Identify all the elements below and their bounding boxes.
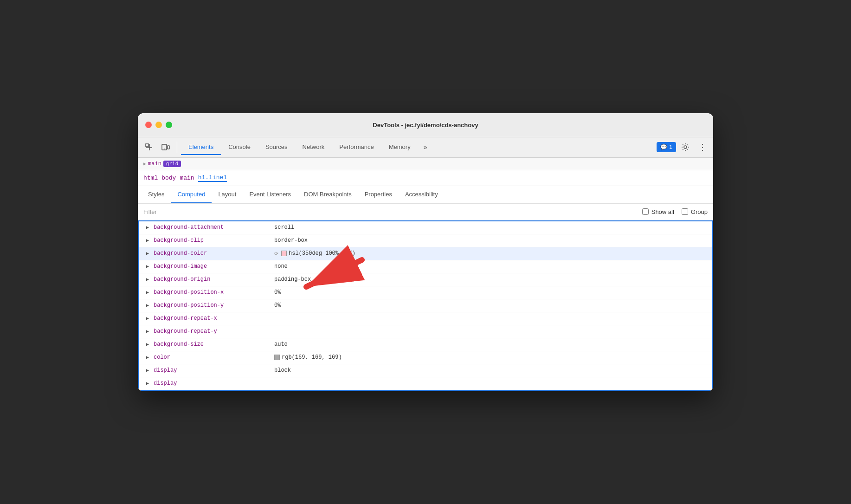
chat-icon: 💬 xyxy=(660,144,667,150)
property-name-background-attachment: background-attachment xyxy=(154,224,274,231)
property-row-background-color[interactable]: ▶background-color⟳hsl(350deg 100% 88%) xyxy=(139,247,712,260)
toolbar-divider xyxy=(177,142,177,153)
expand-icon-color[interactable]: ▶ xyxy=(146,355,152,360)
property-value-text-background-position-x: 0% xyxy=(274,289,281,296)
expand-icon-background-position-y[interactable]: ▶ xyxy=(146,303,152,308)
property-value-text-background-size: auto xyxy=(274,341,288,348)
sub-tab-layout[interactable]: Layout xyxy=(212,186,243,203)
element-path: html body main h1.line1 xyxy=(138,170,713,186)
property-row-background-size[interactable]: ▶background-sizeauto xyxy=(139,338,712,351)
group-checkbox[interactable] xyxy=(682,208,688,215)
element-path-main[interactable]: main xyxy=(180,174,194,181)
svg-rect-4 xyxy=(168,146,169,149)
property-row-background-repeat-x[interactable]: ▶background-repeat-x xyxy=(139,312,712,325)
expand-icon-background-image[interactable]: ▶ xyxy=(146,264,152,269)
color-swatch-background-color[interactable] xyxy=(281,251,287,256)
property-value-background-image: none xyxy=(274,263,288,270)
main-tab-nav: Elements Console Sources Network Perform… xyxy=(181,140,655,155)
element-path-h1[interactable]: h1.line1 xyxy=(198,174,227,182)
property-row-display[interactable]: ▶displayblock xyxy=(139,364,712,377)
tab-performance[interactable]: Performance xyxy=(332,140,381,155)
breadcrumb-tag[interactable]: main xyxy=(148,161,161,167)
expand-icon-background-clip[interactable]: ▶ xyxy=(146,238,152,243)
property-value-text-background-attachment: scroll xyxy=(274,224,294,231)
expand-icon-background-repeat-y[interactable]: ▶ xyxy=(146,329,152,334)
expand-icon-display[interactable]: ▶ xyxy=(146,368,152,373)
group-checkbox-label[interactable]: Group xyxy=(682,208,708,215)
property-row-background-position-x[interactable]: ▶background-position-x0% xyxy=(139,286,712,299)
property-value-text-background-origin: padding-box xyxy=(274,276,311,283)
property-name-partial: display xyxy=(154,380,274,387)
more-options-icon[interactable]: ⋮ xyxy=(695,140,709,155)
chat-badge[interactable]: 💬 1 xyxy=(657,142,676,152)
chat-count: 1 xyxy=(669,144,672,150)
sub-tab-styles[interactable]: Styles xyxy=(142,186,171,203)
expand-icon-background-position-x[interactable]: ▶ xyxy=(146,290,152,295)
property-row-background-repeat-y[interactable]: ▶background-repeat-y xyxy=(139,325,712,338)
device-mode-icon[interactable] xyxy=(158,140,173,155)
property-value-text-color: rgb(169, 169, 169) xyxy=(282,354,342,361)
element-path-html[interactable]: html xyxy=(143,174,158,181)
filter-bar: Show all Group xyxy=(138,204,713,220)
sub-tab-properties[interactable]: Properties xyxy=(358,186,399,203)
property-value-background-color: ⟳hsl(350deg 100% 88%) xyxy=(274,250,355,257)
sub-tab-accessibility[interactable]: Accessibility xyxy=(399,186,445,203)
inspector-icon[interactable] xyxy=(142,140,156,155)
sub-tab-dom-breakpoints[interactable]: DOM Breakpoints xyxy=(297,186,358,203)
property-name-background-clip: background-clip xyxy=(154,237,274,244)
expand-icon-background-origin[interactable]: ▶ xyxy=(146,277,152,282)
tab-elements[interactable]: Elements xyxy=(181,140,221,155)
minimize-button[interactable] xyxy=(155,122,162,128)
element-path-body[interactable]: body xyxy=(161,174,176,181)
tab-sources[interactable]: Sources xyxy=(258,140,295,155)
expand-icon-background-color[interactable]: ▶ xyxy=(146,251,152,256)
expand-icon-background-attachment[interactable]: ▶ xyxy=(146,225,152,230)
property-row-background-image[interactable]: ▶background-imagenone xyxy=(139,260,712,273)
property-value-text-background-clip: border-box xyxy=(274,237,308,244)
property-value-text-background-position-y: 0% xyxy=(274,302,281,309)
filter-options: Show all Group xyxy=(642,208,708,215)
property-name-background-position-x: background-position-x xyxy=(154,289,274,296)
settings-icon[interactable] xyxy=(678,140,693,155)
property-row-background-clip[interactable]: ▶background-clipborder-box xyxy=(139,234,712,247)
property-name-background-color: background-color xyxy=(154,250,274,257)
property-name-background-size: background-size xyxy=(154,341,274,348)
property-row-background-position-y[interactable]: ▶background-position-y0% xyxy=(139,299,712,312)
group-label: Group xyxy=(691,208,708,215)
property-value-text-background-color: hsl(350deg 100% 88%) xyxy=(289,250,355,257)
svg-point-6 xyxy=(684,146,687,149)
sub-tab-computed[interactable]: Computed xyxy=(171,186,212,203)
property-row-partial: ▶display xyxy=(139,377,712,390)
expand-icon-background-size[interactable]: ▶ xyxy=(146,342,152,347)
property-name-background-position-y: background-position-y xyxy=(154,302,274,309)
property-name-background-repeat-x: background-repeat-x xyxy=(154,315,274,322)
property-value-display: block xyxy=(274,367,291,374)
dom-breadcrumb-bar: ▶ main grid xyxy=(138,158,713,170)
tab-network[interactable]: Network xyxy=(295,140,332,155)
computed-properties-panel: ▶background-attachmentscroll▶background-… xyxy=(138,220,713,391)
title-bar: DevTools - jec.fyi/demo/cds-anchovy xyxy=(138,113,713,137)
property-value-background-attachment: scroll xyxy=(274,224,294,231)
close-button[interactable] xyxy=(145,122,152,128)
inherited-icon-background-color: ⟳ xyxy=(274,251,278,257)
show-all-checkbox[interactable] xyxy=(642,208,649,215)
main-toolbar: Elements Console Sources Network Perform… xyxy=(138,137,713,158)
property-value-text-background-image: none xyxy=(274,263,288,270)
tab-console[interactable]: Console xyxy=(221,140,258,155)
property-value-background-origin: padding-box xyxy=(274,276,311,283)
expand-icon-background-repeat-x[interactable]: ▶ xyxy=(146,316,152,321)
filter-input[interactable] xyxy=(143,208,236,215)
property-value-color: rgb(169, 169, 169) xyxy=(274,354,342,361)
property-row-background-attachment[interactable]: ▶background-attachmentscroll xyxy=(139,221,712,234)
property-row-background-origin[interactable]: ▶background-originpadding-box xyxy=(139,273,712,286)
breadcrumb-arrow: ▶ xyxy=(143,161,146,167)
maximize-button[interactable] xyxy=(166,122,172,128)
property-row-color[interactable]: ▶colorrgb(169, 169, 169) xyxy=(139,351,712,364)
property-name-background-repeat-y: background-repeat-y xyxy=(154,328,274,335)
traffic-lights xyxy=(145,122,172,128)
more-tabs-icon[interactable]: » xyxy=(418,140,433,155)
sub-tab-event-listeners[interactable]: Event Listeners xyxy=(243,186,297,203)
show-all-checkbox-label[interactable]: Show all xyxy=(642,208,674,215)
tab-memory[interactable]: Memory xyxy=(381,140,418,155)
color-swatch-color[interactable] xyxy=(274,355,280,360)
